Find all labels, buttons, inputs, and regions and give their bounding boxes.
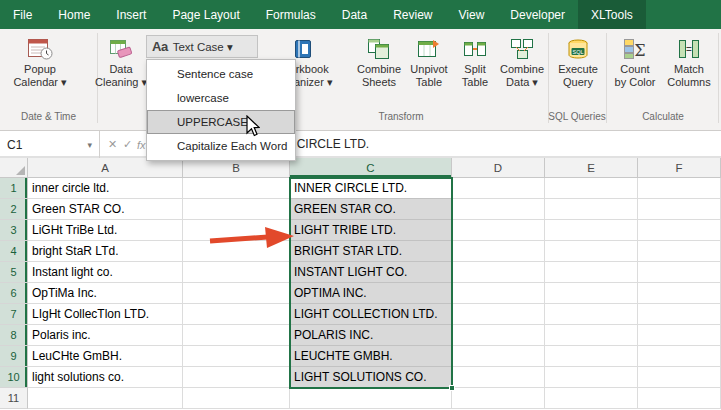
tab-xltools[interactable]: XLTools: [578, 0, 646, 29]
split-table-button[interactable]: Split Table: [454, 33, 496, 89]
cell-f4[interactable]: [638, 241, 721, 262]
row-header-5[interactable]: 5: [0, 262, 28, 283]
cell-c7[interactable]: LIGHT COLLECTION LTD.: [290, 304, 452, 325]
cell-a2[interactable]: Green STAR CO.: [28, 199, 183, 220]
count-by-color-button[interactable]: Σ Count by Color: [610, 33, 660, 89]
tab-review[interactable]: Review: [380, 0, 445, 29]
cell-d4[interactable]: [452, 241, 545, 262]
tab-developer[interactable]: Developer: [497, 0, 578, 29]
column-header-c[interactable]: C: [290, 158, 452, 178]
cell-f7[interactable]: [638, 304, 721, 325]
tab-data[interactable]: Data: [329, 0, 380, 29]
cell-f3[interactable]: [638, 220, 721, 241]
match-columns-button[interactable]: = Match Columns: [662, 33, 716, 89]
cell-f1[interactable]: [638, 178, 721, 199]
tab-formulas[interactable]: Formulas: [253, 0, 329, 29]
cell-d6[interactable]: [452, 283, 545, 304]
combine-sheets-button[interactable]: Combine Sheets: [354, 33, 404, 89]
cell-b5[interactable]: [183, 262, 290, 283]
cell-a7[interactable]: LIgHt CollecTlon LTD.: [28, 304, 183, 325]
cell-e6[interactable]: [545, 283, 638, 304]
cancel-icon[interactable]: ✕: [108, 131, 117, 158]
cell-c4[interactable]: BRIGHT STAR LTD.: [290, 241, 452, 262]
row-header-8[interactable]: 8: [0, 325, 28, 346]
cell-f2[interactable]: [638, 199, 721, 220]
column-header-b[interactable]: B: [183, 158, 290, 178]
cell-e3[interactable]: [545, 220, 638, 241]
combine-data-button[interactable]: Combine Data ▾: [498, 33, 546, 89]
cell-d9[interactable]: [452, 346, 545, 367]
menu-item-uppercase[interactable]: UPPERCASE: [147, 110, 295, 134]
cell-f6[interactable]: [638, 283, 721, 304]
cell-c1[interactable]: INNER CIRCLE LTD.: [290, 178, 452, 199]
tab-file[interactable]: File: [0, 0, 45, 29]
fx-icon[interactable]: fx: [137, 131, 146, 158]
cell-e2[interactable]: [545, 199, 638, 220]
cell-c3[interactable]: LIGHT TRIBE LTD.: [290, 220, 452, 241]
cell-a1[interactable]: inner circle ltd.: [28, 178, 183, 199]
cell-f11[interactable]: [638, 388, 721, 409]
cell-a5[interactable]: Instant light co.: [28, 262, 183, 283]
cell-d1[interactable]: [452, 178, 545, 199]
row-header-9[interactable]: 9: [0, 346, 28, 367]
cell-d7[interactable]: [452, 304, 545, 325]
column-header-e[interactable]: E: [545, 158, 638, 178]
cell-d8[interactable]: [452, 325, 545, 346]
cell-a10[interactable]: light solutions co.: [28, 367, 183, 388]
cell-a8[interactable]: Polaris inc.: [28, 325, 183, 346]
cell-d11[interactable]: [452, 388, 545, 409]
cell-a4[interactable]: bright StaR LTd.: [28, 241, 183, 262]
cell-e10[interactable]: [545, 367, 638, 388]
tab-page-layout[interactable]: Page Layout: [159, 0, 252, 29]
cell-a9[interactable]: LeuCHte GmBH.: [28, 346, 183, 367]
select-all-corner[interactable]: [0, 158, 28, 178]
menu-item-sentence-case[interactable]: Sentence case: [147, 62, 295, 86]
cell-a6[interactable]: OpTiMa Inc.: [28, 283, 183, 304]
cell-a11[interactable]: [28, 388, 183, 409]
namebox-dropdown-icon[interactable]: ▾: [87, 140, 92, 150]
row-header-1[interactable]: 1: [0, 178, 28, 199]
unpivot-table-button[interactable]: Unpivot Table: [406, 33, 452, 89]
cell-c5[interactable]: INSTANT LIGHT CO.: [290, 262, 452, 283]
column-header-d[interactable]: D: [452, 158, 545, 178]
cell-c9[interactable]: LEUCHTE GMBH.: [290, 346, 452, 367]
cell-f5[interactable]: [638, 262, 721, 283]
row-header-6[interactable]: 6: [0, 283, 28, 304]
popup-calendar-button[interactable]: Popup Calendar ▾: [4, 33, 76, 89]
cell-d2[interactable]: [452, 199, 545, 220]
cell-b10[interactable]: [183, 367, 290, 388]
cell-c11[interactable]: [290, 388, 452, 409]
cell-e11[interactable]: [545, 388, 638, 409]
data-cleaning-button[interactable]: Data Cleaning ▾: [96, 33, 146, 89]
cell-c10[interactable]: LIGHT SOLUTIONS CO.: [290, 367, 452, 388]
row-header-7[interactable]: 7: [0, 304, 28, 325]
cell-d5[interactable]: [452, 262, 545, 283]
cell-c2[interactable]: GREEN STAR CO.: [290, 199, 452, 220]
tab-insert[interactable]: Insert: [103, 0, 159, 29]
cell-e9[interactable]: [545, 346, 638, 367]
tab-view[interactable]: View: [446, 0, 498, 29]
cell-c8[interactable]: POLARIS INC.: [290, 325, 452, 346]
menu-item-lowercase[interactable]: lowercase: [147, 86, 295, 110]
cell-e8[interactable]: [545, 325, 638, 346]
cell-d3[interactable]: [452, 220, 545, 241]
cell-b9[interactable]: [183, 346, 290, 367]
row-header-2[interactable]: 2: [0, 199, 28, 220]
cell-f9[interactable]: [638, 346, 721, 367]
cell-c6[interactable]: OPTIMA INC.: [290, 283, 452, 304]
cell-f10[interactable]: [638, 367, 721, 388]
cell-b6[interactable]: [183, 283, 290, 304]
row-header-11[interactable]: 11: [0, 388, 28, 409]
column-header-a[interactable]: A: [28, 158, 183, 178]
cell-b8[interactable]: [183, 325, 290, 346]
cell-e5[interactable]: [545, 262, 638, 283]
name-box[interactable]: C1 ▾: [0, 131, 100, 158]
text-case-button[interactable]: Aa Text Case ▾: [146, 35, 258, 58]
cell-b2[interactable]: [183, 199, 290, 220]
row-header-10[interactable]: 10: [0, 367, 28, 388]
execute-query-button[interactable]: SQL Execute Query: [552, 33, 604, 89]
row-header-4[interactable]: 4: [0, 241, 28, 262]
cell-b11[interactable]: [183, 388, 290, 409]
row-header-3[interactable]: 3: [0, 220, 28, 241]
cell-a3[interactable]: LiGHt TriBe Ltd.: [28, 220, 183, 241]
